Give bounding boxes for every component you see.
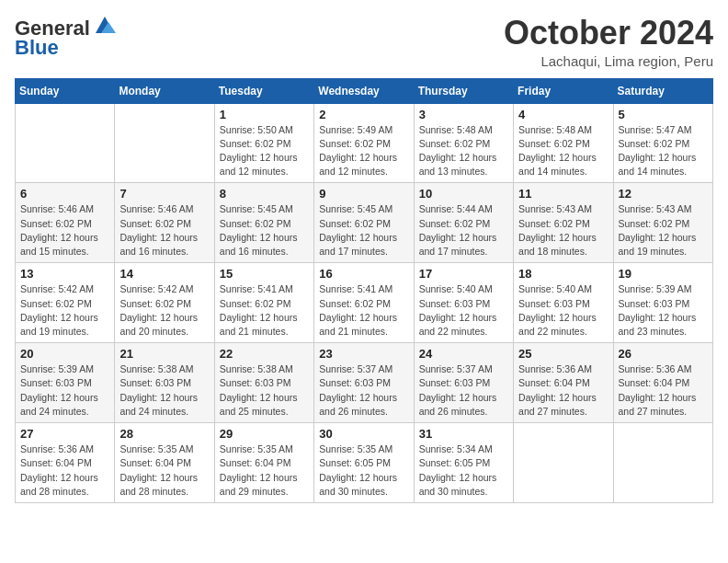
day-number: 11 (518, 187, 608, 201)
weekday-header-cell: Thursday (414, 78, 513, 103)
day-number: 19 (619, 267, 708, 281)
calendar-day-cell: 23Sunrise: 5:37 AMSunset: 6:03 PMDayligh… (314, 343, 414, 423)
day-number: 8 (220, 187, 309, 201)
day-info: Sunrise: 5:38 AMSunset: 6:03 PMDaylight:… (220, 362, 309, 419)
day-info: Sunrise: 5:48 AMSunset: 6:02 PMDaylight:… (518, 123, 608, 179)
day-number: 25 (518, 347, 608, 361)
weekday-header-cell: Saturday (613, 78, 712, 103)
month-title: October 2024 (504, 15, 713, 52)
calendar-day-cell: 1Sunrise: 5:50 AMSunset: 6:02 PMDaylight… (214, 103, 313, 183)
weekday-header-cell: Friday (514, 78, 613, 103)
day-info: Sunrise: 5:36 AMSunset: 6:04 PMDaylight:… (619, 362, 708, 419)
weekday-header-cell: Monday (115, 78, 214, 103)
calendar-day-cell: 21Sunrise: 5:38 AMSunset: 6:03 PMDayligh… (115, 343, 214, 423)
day-info: Sunrise: 5:45 AMSunset: 6:02 PMDaylight:… (220, 202, 309, 259)
day-info: Sunrise: 5:50 AMSunset: 6:02 PMDaylight:… (220, 123, 309, 179)
day-info: Sunrise: 5:46 AMSunset: 6:02 PMDaylight:… (20, 202, 109, 259)
calendar-week-row: 13Sunrise: 5:42 AMSunset: 6:02 PMDayligh… (16, 263, 713, 343)
title-block: October 2024 Lachaqui, Lima region, Peru (504, 15, 713, 69)
calendar-week-row: 6Sunrise: 5:46 AMSunset: 6:02 PMDaylight… (16, 183, 713, 263)
day-number: 27 (20, 427, 109, 441)
day-info: Sunrise: 5:40 AMSunset: 6:03 PMDaylight:… (419, 282, 508, 339)
day-number: 1 (220, 108, 309, 121)
day-number: 29 (220, 427, 309, 441)
weekday-header-cell: Wednesday (314, 78, 414, 103)
day-info: Sunrise: 5:35 AMSunset: 6:05 PMDaylight:… (319, 442, 408, 499)
calendar-day-cell: 30Sunrise: 5:35 AMSunset: 6:05 PMDayligh… (314, 423, 414, 503)
day-number: 31 (419, 427, 508, 441)
location-title: Lachaqui, Lima region, Peru (504, 53, 713, 69)
day-info: Sunrise: 5:42 AMSunset: 6:02 PMDaylight:… (119, 282, 209, 339)
calendar-day-cell: 18Sunrise: 5:40 AMSunset: 6:03 PMDayligh… (514, 263, 613, 343)
calendar-day-cell: 2Sunrise: 5:49 AMSunset: 6:02 PMDaylight… (314, 103, 414, 183)
calendar-day-cell (514, 423, 613, 503)
day-info: Sunrise: 5:43 AMSunset: 6:02 PMDaylight:… (619, 202, 708, 259)
calendar-day-cell: 25Sunrise: 5:36 AMSunset: 6:04 PMDayligh… (514, 343, 613, 423)
calendar-day-cell: 12Sunrise: 5:43 AMSunset: 6:02 PMDayligh… (613, 183, 712, 263)
day-info: Sunrise: 5:36 AMSunset: 6:04 PMDaylight:… (518, 362, 608, 419)
weekday-header-cell: Sunday (16, 78, 115, 103)
day-info: Sunrise: 5:42 AMSunset: 6:02 PMDaylight:… (20, 282, 109, 339)
weekday-header-cell: Tuesday (214, 78, 313, 103)
logo-icon (92, 15, 118, 35)
day-number: 13 (20, 267, 109, 281)
day-info: Sunrise: 5:39 AMSunset: 6:03 PMDaylight:… (20, 362, 109, 419)
day-number: 4 (518, 108, 608, 121)
calendar-day-cell: 10Sunrise: 5:44 AMSunset: 6:02 PMDayligh… (414, 183, 513, 263)
calendar-day-cell: 6Sunrise: 5:46 AMSunset: 6:02 PMDaylight… (16, 183, 115, 263)
calendar-day-cell: 22Sunrise: 5:38 AMSunset: 6:03 PMDayligh… (214, 343, 313, 423)
calendar-day-cell: 13Sunrise: 5:42 AMSunset: 6:02 PMDayligh… (16, 263, 115, 343)
calendar-day-cell (16, 103, 115, 183)
calendar-day-cell: 14Sunrise: 5:42 AMSunset: 6:02 PMDayligh… (115, 263, 214, 343)
calendar-day-cell: 20Sunrise: 5:39 AMSunset: 6:03 PMDayligh… (16, 343, 115, 423)
calendar-day-cell: 17Sunrise: 5:40 AMSunset: 6:03 PMDayligh… (414, 263, 513, 343)
calendar-day-cell: 15Sunrise: 5:41 AMSunset: 6:02 PMDayligh… (214, 263, 313, 343)
calendar-day-cell: 5Sunrise: 5:47 AMSunset: 6:02 PMDaylight… (613, 103, 712, 183)
calendar-day-cell: 27Sunrise: 5:36 AMSunset: 6:04 PMDayligh… (16, 423, 115, 503)
day-info: Sunrise: 5:45 AMSunset: 6:02 PMDaylight:… (319, 202, 408, 259)
day-number: 24 (419, 347, 508, 361)
day-info: Sunrise: 5:37 AMSunset: 6:03 PMDaylight:… (419, 362, 508, 419)
day-number: 23 (319, 347, 408, 361)
day-info: Sunrise: 5:37 AMSunset: 6:03 PMDaylight:… (319, 362, 408, 419)
calendar-week-row: 1Sunrise: 5:50 AMSunset: 6:02 PMDaylight… (16, 103, 713, 183)
day-number: 10 (419, 187, 508, 201)
calendar-day-cell: 8Sunrise: 5:45 AMSunset: 6:02 PMDaylight… (214, 183, 313, 263)
logo-blue-text: Blue (15, 36, 59, 59)
day-number: 22 (220, 347, 309, 361)
calendar-day-cell: 3Sunrise: 5:48 AMSunset: 6:02 PMDaylight… (414, 103, 513, 183)
day-number: 9 (319, 187, 408, 201)
calendar-day-cell: 16Sunrise: 5:41 AMSunset: 6:02 PMDayligh… (314, 263, 414, 343)
calendar-day-cell: 28Sunrise: 5:35 AMSunset: 6:04 PMDayligh… (115, 423, 214, 503)
day-number: 16 (319, 267, 408, 281)
day-number: 18 (518, 267, 608, 281)
day-info: Sunrise: 5:34 AMSunset: 6:05 PMDaylight:… (419, 442, 508, 499)
day-number: 30 (319, 427, 408, 441)
calendar-day-cell: 7Sunrise: 5:46 AMSunset: 6:02 PMDaylight… (115, 183, 214, 263)
page-header: General Blue October 2024 Lachaqui, Lima… (15, 15, 713, 69)
day-number: 2 (319, 108, 408, 121)
day-number: 12 (619, 187, 708, 201)
day-number: 17 (419, 267, 508, 281)
day-number: 3 (419, 108, 508, 121)
day-info: Sunrise: 5:41 AMSunset: 6:02 PMDaylight:… (319, 282, 408, 339)
day-info: Sunrise: 5:44 AMSunset: 6:02 PMDaylight:… (419, 202, 508, 259)
calendar-day-cell: 9Sunrise: 5:45 AMSunset: 6:02 PMDaylight… (314, 183, 414, 263)
calendar-day-cell (613, 423, 712, 503)
day-number: 21 (119, 347, 209, 361)
day-info: Sunrise: 5:35 AMSunset: 6:04 PMDaylight:… (220, 442, 309, 499)
calendar-day-cell (115, 103, 214, 183)
day-info: Sunrise: 5:49 AMSunset: 6:02 PMDaylight:… (319, 123, 408, 179)
day-number: 14 (119, 267, 209, 281)
calendar-week-row: 27Sunrise: 5:36 AMSunset: 6:04 PMDayligh… (16, 423, 713, 503)
day-info: Sunrise: 5:46 AMSunset: 6:02 PMDaylight:… (119, 202, 209, 259)
logo: General Blue (15, 15, 118, 60)
day-number: 5 (619, 108, 708, 121)
calendar-day-cell: 19Sunrise: 5:39 AMSunset: 6:03 PMDayligh… (613, 263, 712, 343)
calendar-body: 1Sunrise: 5:50 AMSunset: 6:02 PMDaylight… (16, 103, 713, 502)
day-info: Sunrise: 5:47 AMSunset: 6:02 PMDaylight:… (619, 123, 708, 179)
calendar-table: SundayMondayTuesdayWednesdayThursdayFrid… (15, 78, 713, 503)
day-info: Sunrise: 5:48 AMSunset: 6:02 PMDaylight:… (419, 123, 508, 179)
weekday-header-row: SundayMondayTuesdayWednesdayThursdayFrid… (16, 78, 713, 103)
calendar-day-cell: 26Sunrise: 5:36 AMSunset: 6:04 PMDayligh… (613, 343, 712, 423)
